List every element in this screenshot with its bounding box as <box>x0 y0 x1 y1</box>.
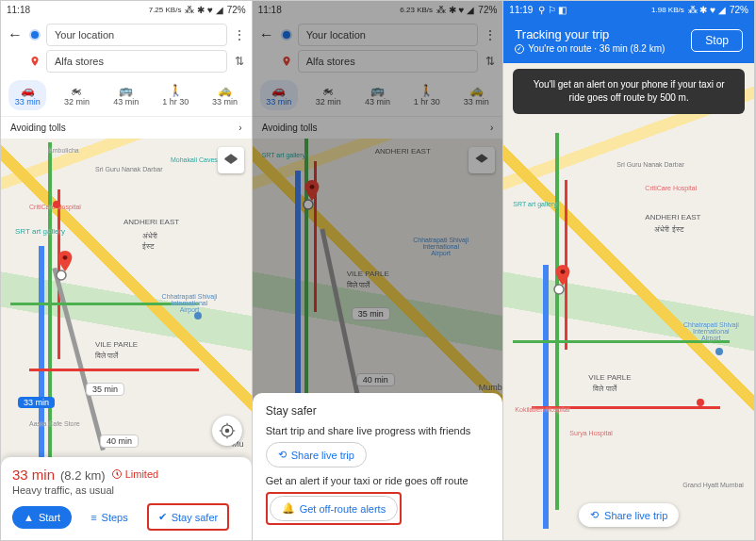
get-off-route-alerts-button[interactable]: 🔔Get off-route alerts <box>270 496 399 521</box>
steps-button[interactable]: ≡Steps <box>79 506 140 529</box>
tracking-header: Tracking your trip ✓You're on route · 36… <box>503 18 754 63</box>
avoiding-tolls-row[interactable]: Avoiding tolls› <box>1 116 252 139</box>
stop-button[interactable]: Stop <box>691 29 743 52</box>
svg-point-1 <box>57 270 66 280</box>
mode-tabs: 🚗33 min 🏍32 min 🚌43 min 🚶1 hr 30 🚕33 min <box>1 76 252 116</box>
svg-point-3 <box>224 429 229 434</box>
share-icon: ⟲ <box>278 449 287 461</box>
stay-safer-highlight: ✔Stay safer <box>147 503 230 531</box>
svg-point-10 <box>554 285 564 294</box>
route-time-primary[interactable]: 33 min <box>18 397 55 408</box>
sheet-alert-text: Get an alert if your taxi or ride goes o… <box>266 475 490 486</box>
limited-badge: Limited <box>111 468 158 480</box>
off-route-toast: You'll get an alert on your phone if you… <box>513 69 745 114</box>
mode-bike[interactable]: 🏍32 min <box>58 80 95 110</box>
destination-pin[interactable] <box>58 251 73 271</box>
check-icon: ✓ <box>515 44 524 54</box>
chevron-right-icon: › <box>238 123 241 133</box>
overflow-menu[interactable]: ⋮ <box>233 27 246 42</box>
route-time-alt1[interactable]: 35 min <box>86 383 124 396</box>
destination-icon <box>29 56 41 67</box>
share-live-trip-button[interactable]: ⟲Share live trip <box>266 442 367 467</box>
back-button[interactable]: ← <box>7 26 24 43</box>
summary-time: 33 min <box>12 467 55 483</box>
status-bar: 11:19 ⚲ ⚐ ◧ 1.98 KB/s⁂ ✱ ♥ ◢72% <box>503 1 754 18</box>
layers-button[interactable] <box>218 147 244 173</box>
off-route-highlight: 🔔Get off-route alerts <box>266 492 403 525</box>
stay-safer-sheet: Stay safer Start trip and share live pro… <box>253 393 503 540</box>
notif-icons: ⚲ ⚐ ◧ <box>538 5 567 15</box>
mode-car[interactable]: 🚗33 min <box>8 80 46 110</box>
bell-icon: 🔔 <box>282 502 295 515</box>
origin-dot <box>56 270 67 281</box>
navigate-icon: ▲ <box>24 512 34 523</box>
directions-panel: ← Your location ⋮ Alfa stores ⇅ <box>1 18 252 76</box>
svg-point-2 <box>34 58 37 61</box>
swap-button[interactable]: ⇅ <box>233 55 246 68</box>
screen-tracking: ANDHERI EAST अंधेरी ईस्ट Sri Guru Nanak … <box>503 1 755 540</box>
my-location-button[interactable] <box>212 416 242 446</box>
destination-pin[interactable] <box>555 265 570 286</box>
screen-directions: ANDHERI EAST अंधेरी ईस्ट VILE PARLE विले… <box>1 1 253 540</box>
mode-ride[interactable]: 🚕33 min <box>206 80 244 110</box>
stay-safer-button[interactable]: ✔Stay safer <box>151 507 226 527</box>
origin-input[interactable]: Your location <box>46 24 227 46</box>
screen-stay-safer-sheet: ANDHERI EAST VILE PARLE विले पार्ले SRT … <box>253 1 504 540</box>
route-time-alt2[interactable]: 40 min <box>100 434 139 448</box>
svg-point-9 <box>561 270 566 274</box>
svg-point-0 <box>63 255 68 260</box>
tracking-subtitle: ✓You're on route · 36 min (8.2 km) <box>515 43 665 54</box>
place-vileparle: VILE PARLE <box>95 340 138 349</box>
status-bar: 11:18 7.25 KB/s⁂ ✱ ♥ ◢72% <box>1 1 252 18</box>
share-icon: ⟲ <box>590 509 599 521</box>
sheet-share-text: Start trip and share live progress with … <box>266 425 490 436</box>
start-button[interactable]: ▲Start <box>12 506 72 529</box>
origin-icon <box>29 29 41 41</box>
tracking-title: Tracking your trip <box>515 27 665 41</box>
list-icon: ≡ <box>90 512 96 523</box>
mode-walk[interactable]: 🚶1 hr 30 <box>156 80 194 110</box>
route-summary-card[interactable]: 33 min (8.2 km) Limited Heavy traffic, a… <box>1 457 252 540</box>
traffic-note: Heavy traffic, as usual <box>12 484 240 496</box>
destination-input[interactable]: Alfa stores <box>46 50 227 73</box>
mode-transit[interactable]: 🚌43 min <box>107 80 145 110</box>
summary-distance: (8.2 km) <box>60 468 106 483</box>
sheet-title: Stay safer <box>266 404 490 418</box>
place-andheri: ANDHERI EAST <box>123 218 179 226</box>
shield-icon: ✔ <box>158 511 167 523</box>
share-live-trip-button[interactable]: ⟲Share live trip <box>579 503 679 527</box>
